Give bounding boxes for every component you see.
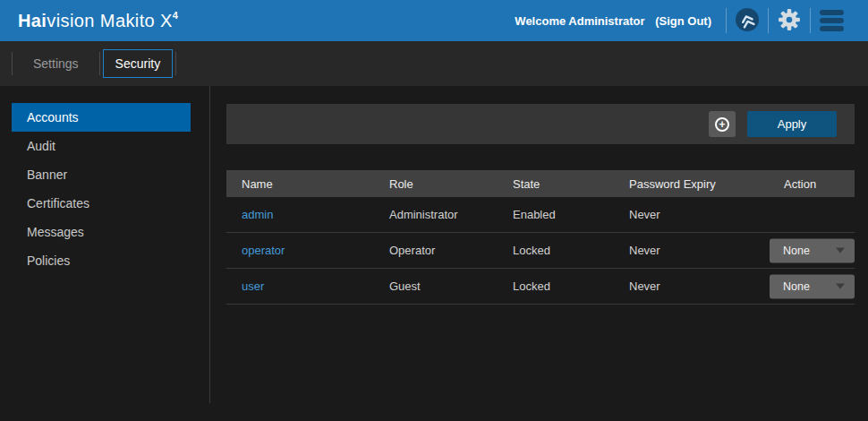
accounts-table: Name Role State Password Expiry Action a… (226, 170, 855, 305)
gear-icon (778, 8, 801, 34)
chevron-down-icon (836, 284, 845, 289)
role-cell: Administrator (389, 208, 513, 221)
state-cell: Enabled (513, 208, 629, 221)
role-cell: Operator (389, 244, 513, 257)
action-dropdown-user[interactable]: None (770, 274, 855, 298)
top-bar: Haivision Makito X4 Welcome Administrato… (0, 0, 868, 41)
sidebar-item-banner[interactable]: Banner (12, 160, 191, 189)
table-row: user Guest Locked Never None (226, 269, 855, 305)
brand-logo: Haivision Makito X4 (18, 11, 178, 31)
sign-out-link[interactable]: (Sign Out) (655, 14, 711, 28)
tab-bar: Settings Security (0, 41, 868, 86)
sidebar-item-accounts[interactable]: Accounts (12, 103, 191, 132)
add-glyph: + (719, 119, 725, 130)
sidebar-item-policies[interactable]: Policies (12, 246, 191, 275)
chevron-down-icon (836, 248, 845, 253)
password-expiry-cell: Never (629, 244, 784, 257)
add-account-button[interactable]: + (709, 111, 736, 137)
column-header-action: Action (784, 177, 855, 191)
column-header-password-expiry: Password Expiry (629, 177, 784, 191)
tab-security[interactable]: Security (103, 49, 174, 78)
table-row: admin Administrator Enabled Never (226, 197, 855, 233)
brand-sup: 4 (173, 10, 179, 21)
column-header-state: State (513, 177, 629, 191)
brand-rest: vision Makito X (47, 11, 173, 30)
account-link-operator[interactable]: operator (242, 244, 285, 257)
account-link-admin[interactable]: admin (242, 208, 273, 221)
account-link-user[interactable]: user (242, 279, 264, 293)
table-row: operator Operator Locked Never None (226, 233, 855, 269)
icon-divider (810, 8, 811, 33)
content-area: Accounts Audit Banner Certificates Messa… (0, 86, 868, 421)
role-cell: Guest (389, 279, 513, 293)
apply-button[interactable]: Apply (747, 111, 837, 137)
brand-bold: Hai (18, 11, 47, 30)
action-dropdown-value: None (783, 280, 810, 293)
state-cell: Locked (513, 244, 629, 257)
sidebar-item-certificates[interactable]: Certificates (12, 189, 191, 218)
action-dropdown-operator[interactable]: None (770, 238, 855, 262)
sidebar-item-audit[interactable]: Audit (12, 132, 191, 160)
tab-divider (99, 52, 100, 75)
accounts-toolbar: + Apply (226, 104, 855, 144)
welcome-label: Welcome Administrator (515, 14, 644, 28)
icon-divider (726, 8, 727, 33)
column-header-name: Name (226, 177, 389, 191)
action-dropdown-value: None (783, 245, 810, 257)
tab-settings[interactable]: Settings (13, 49, 99, 78)
security-sidebar: Accounts Audit Banner Certificates Messa… (0, 86, 210, 403)
add-icon: + (715, 117, 729, 132)
column-header-role: Role (389, 177, 513, 191)
settings-gear-button[interactable] (769, 0, 810, 41)
tab-divider (175, 52, 176, 75)
hamburger-menu-icon (820, 10, 844, 31)
welcome-text: Welcome Administrator (Sign Out) (515, 14, 711, 28)
accounts-panel: + Apply Name Role State Password Expiry … (226, 86, 855, 421)
password-expiry-cell: Never (629, 208, 784, 221)
main-menu-button[interactable] (811, 0, 852, 41)
topbar-right-group: Welcome Administrator (Sign Out) (515, 0, 852, 41)
status-button[interactable] (727, 0, 768, 41)
password-expiry-cell: Never (629, 279, 784, 293)
stream-status-icon (736, 8, 759, 34)
state-cell: Locked (513, 279, 629, 293)
sidebar-item-messages[interactable]: Messages (12, 218, 191, 246)
table-header-row: Name Role State Password Expiry Action (226, 170, 855, 197)
icon-divider (768, 8, 769, 33)
